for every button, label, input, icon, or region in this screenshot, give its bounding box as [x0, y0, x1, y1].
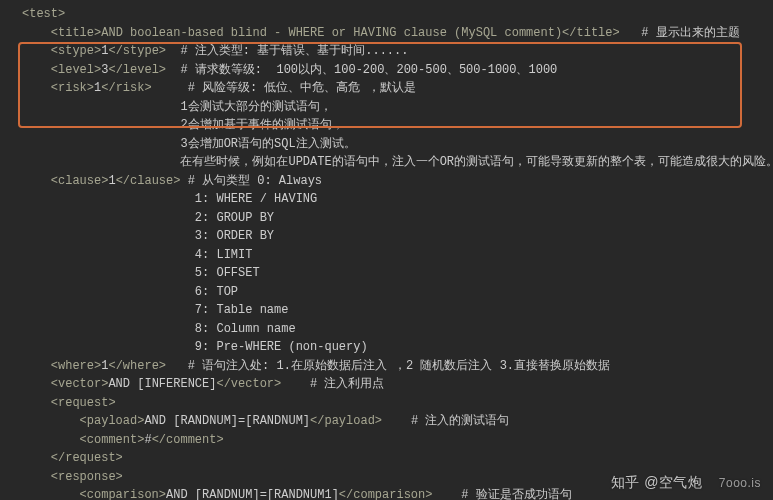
code-line: <risk>1</risk> # 风险等级: 低位、中危、高危 ，默认是 — [22, 79, 765, 98]
code-line: <test> — [22, 5, 765, 24]
code-line: <payload>AND [RANDNUM]=[RANDNUM]</payloa… — [22, 412, 765, 431]
code-line: 3会增加OR语句的SQL注入测试。 — [22, 135, 765, 154]
code-line: <comment>#</comment> — [22, 431, 765, 450]
code-line: <where>1</where> # 语句注入处: 1.在原始数据后注入 ，2 … — [22, 357, 765, 376]
code-line: 1: WHERE / HAVING — [22, 190, 765, 209]
code-line: 在有些时候，例如在UPDATE的语句中，注入一个OR的测试语句，可能导致更新的整… — [22, 153, 765, 172]
code-line: 1会测试大部分的测试语句， — [22, 98, 765, 117]
watermark-zhihu: 知乎 @空气炮 — [611, 474, 703, 490]
watermark-brand: 7ooo.is — [719, 476, 761, 490]
code-line: 9: Pre-WHERE (non-query) — [22, 338, 765, 357]
code-view: <test> <title>AND boolean-based blind - … — [0, 0, 773, 500]
code-line: <stype>1</stype> # 注入类型: 基于错误、基于时间...... — [22, 42, 765, 61]
code-line: <clause>1</clause> # 从句类型 0: Always — [22, 172, 765, 191]
code-line: <request> — [22, 394, 765, 413]
watermark: 知乎 @空气炮 7ooo.is — [611, 473, 761, 493]
code-line: <title>AND boolean-based blind - WHERE o… — [22, 24, 765, 43]
code-line: <level>3</level> # 请求数等级: 100以内、100-200、… — [22, 61, 765, 80]
code-line: <vector>AND [INFERENCE]</vector> # 注入利用点 — [22, 375, 765, 394]
code-line: 2会增加基于事件的测试语句， — [22, 116, 765, 135]
code-line: </request> — [22, 449, 765, 468]
code-line: 8: Column name — [22, 320, 765, 339]
code-line: 3: ORDER BY — [22, 227, 765, 246]
code-line: 6: TOP — [22, 283, 765, 302]
code-line: 4: LIMIT — [22, 246, 765, 265]
code-line: 2: GROUP BY — [22, 209, 765, 228]
code-line: 7: Table name — [22, 301, 765, 320]
code-line: 5: OFFSET — [22, 264, 765, 283]
